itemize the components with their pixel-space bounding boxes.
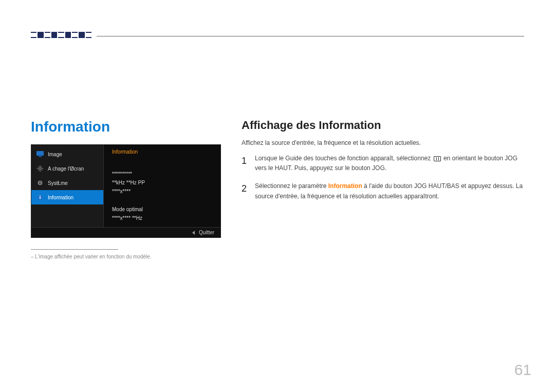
osd-menu: Image A chage l'Øcran Sy	[31, 145, 103, 227]
osd-menu-label: A chage l'Øcran	[48, 166, 84, 172]
osd-menu-affichage[interactable]: A chage l'Øcran	[31, 161, 103, 176]
osd-menu-information[interactable]: Information	[31, 190, 103, 204]
svg-rect-15	[40, 196, 41, 197]
back-arrow-icon[interactable]	[192, 231, 195, 235]
step-body: Sélectionnez le paramètre Information à …	[255, 181, 524, 201]
page: Information Image	[0, 0, 555, 392]
step-text: Sélectionnez le paramètre	[255, 182, 328, 190]
osd-panel-line: Mode optimal	[112, 207, 212, 212]
svg-rect-14	[40, 197, 41, 199]
step-body: Lorsque le Guide des touches de fonction…	[255, 154, 524, 173]
svg-line-10	[38, 170, 39, 171]
osd-menu-image[interactable]: Image	[31, 147, 103, 161]
svg-point-2	[39, 167, 41, 170]
brand-logo	[31, 32, 91, 38]
step-2: 2 Sélectionnez le paramètre Information …	[242, 181, 524, 201]
osd-body: Image A chage l'Øcran Sy	[31, 145, 220, 227]
menu-grid-icon	[434, 156, 441, 161]
step-text: Lorsque le Guide des touches de fonction…	[255, 155, 433, 162]
section-title: Information	[31, 119, 221, 135]
sun-icon	[36, 165, 44, 172]
step-number: 1	[242, 154, 248, 173]
osd-panel-title: Information	[112, 149, 212, 155]
display-icon	[36, 151, 44, 157]
right-column: Affichage des Information Affichez la so…	[242, 119, 524, 259]
osd-menu-label: Image	[48, 152, 62, 157]
osd-panel-line: **kHz **Hz PP	[112, 180, 212, 185]
page-number: 61	[514, 361, 531, 379]
osd-footer-quitter[interactable]: Quitter	[199, 230, 214, 235]
osd-menu-label: SystŁme	[48, 180, 68, 186]
osd-panel-line: ****x**** **Hz	[112, 215, 212, 221]
osd-panel-line: **********	[112, 171, 212, 177]
osd-menu-label: Information	[48, 195, 73, 200]
osd-info-panel: Information ********** **kHz **Hz PP ***…	[103, 145, 220, 227]
step-number: 2	[242, 181, 248, 201]
svg-rect-1	[39, 156, 42, 157]
osd-screenshot: Image A chage l'Øcran Sy	[31, 144, 221, 238]
footnote-rule	[31, 249, 118, 250]
info-icon	[36, 194, 44, 200]
left-column: Information Image	[31, 119, 221, 259]
osd-menu-systeme[interactable]: SystŁme	[31, 176, 103, 190]
content-row: Information Image	[31, 119, 524, 259]
osd-panel-line: ****x****	[112, 189, 212, 194]
step-keyword: Information	[328, 182, 362, 190]
svg-line-7	[38, 166, 39, 167]
svg-point-12	[40, 182, 41, 184]
svg-line-9	[42, 166, 42, 167]
svg-line-8	[42, 170, 42, 171]
osd-footer: Quitter	[31, 227, 220, 237]
step-1: 1 Lorsque le Guide des touches de foncti…	[242, 154, 524, 173]
subheading: Affichage des Information	[242, 119, 524, 132]
footnote: L'image affichée peut varier en fonction…	[31, 254, 221, 259]
header-rule	[97, 36, 524, 36]
gear-icon	[36, 180, 44, 186]
svg-rect-0	[36, 151, 44, 156]
intro-text: Affichez la source d'entrée, la fréquenc…	[242, 139, 524, 146]
